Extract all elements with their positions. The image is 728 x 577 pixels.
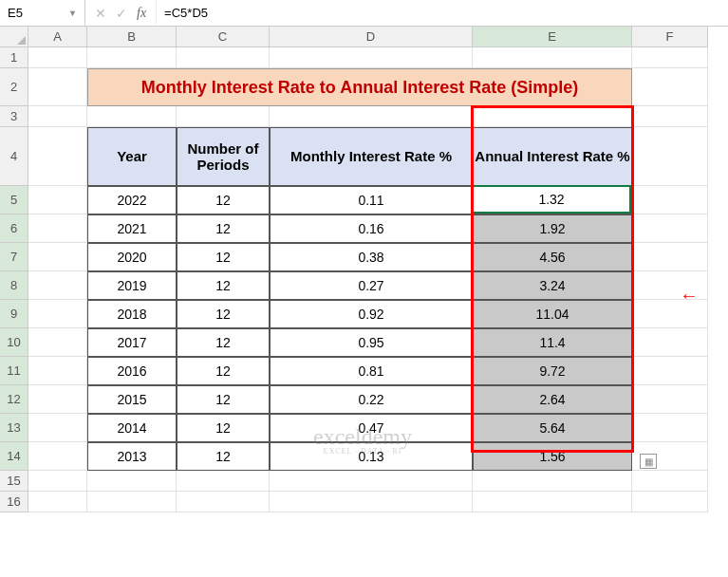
cancel-icon[interactable]: ✕	[95, 6, 106, 21]
table-cell[interactable]: 9.72	[473, 357, 632, 385]
table-cell[interactable]: 0.27	[270, 271, 473, 300]
cell-F10[interactable]	[632, 328, 708, 357]
table-cell[interactable]: 12	[177, 357, 270, 385]
cell-B1[interactable]	[87, 47, 177, 68]
formula-input[interactable]: =C5*D5	[157, 6, 728, 20]
cell-E3[interactable]	[473, 106, 632, 127]
row-header-13[interactable]: 13	[0, 414, 28, 442]
table-cell[interactable]: 5.64	[473, 414, 632, 442]
cell-E1[interactable]	[473, 47, 632, 68]
autofill-options-icon[interactable]: ▦	[640, 454, 657, 469]
col-header-D[interactable]: D	[270, 27, 473, 47]
cell-A16[interactable]	[28, 492, 87, 512]
table-cell[interactable]: 12	[177, 328, 270, 357]
cell-A11[interactable]	[28, 357, 87, 385]
table-cell[interactable]: 2020	[87, 243, 177, 271]
table-cell[interactable]: 12	[177, 300, 270, 328]
cell-F12[interactable]	[632, 385, 708, 414]
cell-C15[interactable]	[177, 471, 270, 492]
cell-D3[interactable]	[270, 106, 473, 127]
table-cell[interactable]: 12	[177, 186, 270, 214]
cell-A3[interactable]	[28, 106, 87, 127]
cell-A2[interactable]	[28, 68, 87, 106]
table-cell[interactable]: 12	[177, 442, 270, 471]
row-header-5[interactable]: 5	[0, 186, 28, 214]
table-cell[interactable]: 2016	[87, 357, 177, 385]
row-header-7[interactable]: 7	[0, 243, 28, 271]
row-header-12[interactable]: 12	[0, 385, 28, 414]
table-cell[interactable]: 0.81	[270, 357, 473, 385]
table-cell[interactable]: 11.4	[473, 328, 632, 357]
cell-D16[interactable]	[270, 492, 473, 512]
row-header-6[interactable]: 6	[0, 214, 28, 243]
row-header-9[interactable]: 9	[0, 300, 28, 328]
table-cell[interactable]: 1.32	[473, 186, 632, 214]
cell-A5[interactable]	[28, 186, 87, 214]
table-cell[interactable]: 2021	[87, 214, 177, 243]
cell-A7[interactable]	[28, 243, 87, 271]
row-header-14[interactable]: 14	[0, 442, 28, 471]
cell-A10[interactable]	[28, 328, 87, 357]
table-cell[interactable]: 12	[177, 385, 270, 414]
cell-F13[interactable]	[632, 414, 708, 442]
row-header-2[interactable]: 2	[0, 68, 28, 106]
row-header-3[interactable]: 3	[0, 106, 28, 127]
table-cell[interactable]: 0.95	[270, 328, 473, 357]
cell-A6[interactable]	[28, 214, 87, 243]
table-cell[interactable]: 2013	[87, 442, 177, 471]
row-header-15[interactable]: 15	[0, 471, 28, 492]
cell-A13[interactable]	[28, 414, 87, 442]
enter-icon[interactable]: ✓	[116, 6, 127, 21]
table-cell[interactable]: 2022	[87, 186, 177, 214]
row-header-1[interactable]: 1	[0, 47, 28, 68]
cell-F1[interactable]	[632, 47, 708, 68]
col-header-B[interactable]: B	[87, 27, 177, 47]
table-cell[interactable]: 12	[177, 271, 270, 300]
cell-A14[interactable]	[28, 442, 87, 471]
table-cell[interactable]: 2019	[87, 271, 177, 300]
table-cell[interactable]: 2014	[87, 414, 177, 442]
cell-B15[interactable]	[87, 471, 177, 492]
cell-A4[interactable]	[28, 127, 87, 186]
cell-F4[interactable]	[632, 127, 708, 186]
cell-F5[interactable]	[632, 186, 708, 214]
cell-E15[interactable]	[473, 471, 632, 492]
cell-F8[interactable]	[632, 271, 708, 300]
table-cell[interactable]: 12	[177, 414, 270, 442]
cell-A12[interactable]	[28, 385, 87, 414]
cell-B16[interactable]	[87, 492, 177, 512]
table-cell[interactable]: 4.56	[473, 243, 632, 271]
row-header-8[interactable]: 8	[0, 271, 28, 300]
cell-F3[interactable]	[632, 106, 708, 127]
cell-F11[interactable]	[632, 357, 708, 385]
row-header-16[interactable]: 16	[0, 492, 28, 512]
col-header-C[interactable]: C	[177, 27, 270, 47]
table-cell[interactable]: 2.64	[473, 385, 632, 414]
table-cell[interactable]: 11.04	[473, 300, 632, 328]
name-box[interactable]: E5 ▼	[0, 0, 85, 26]
table-cell[interactable]: 0.92	[270, 300, 473, 328]
table-cell[interactable]: 12	[177, 214, 270, 243]
cell-A15[interactable]	[28, 471, 87, 492]
table-cell[interactable]: 1.92	[473, 214, 632, 243]
cell-C16[interactable]	[177, 492, 270, 512]
cell-E16[interactable]	[473, 492, 632, 512]
table-cell[interactable]: 0.22	[270, 385, 473, 414]
cell-D15[interactable]	[270, 471, 473, 492]
cell-F15[interactable]	[632, 471, 708, 492]
chevron-down-icon[interactable]: ▼	[68, 9, 77, 18]
cell-F16[interactable]	[632, 492, 708, 512]
cell-C1[interactable]	[177, 47, 270, 68]
table-cell[interactable]: 0.16	[270, 214, 473, 243]
table-cell[interactable]: 0.47	[270, 414, 473, 442]
row-header-11[interactable]: 11	[0, 357, 28, 385]
table-cell[interactable]: 12	[177, 243, 270, 271]
fx-icon[interactable]: fx	[137, 6, 146, 21]
table-cell[interactable]: 0.38	[270, 243, 473, 271]
cell-B3[interactable]	[87, 106, 177, 127]
cell-A1[interactable]	[28, 47, 87, 68]
cell-F7[interactable]	[632, 243, 708, 271]
cell-F9[interactable]	[632, 300, 708, 328]
cell-D1[interactable]	[270, 47, 473, 68]
row-header-10[interactable]: 10	[0, 328, 28, 357]
